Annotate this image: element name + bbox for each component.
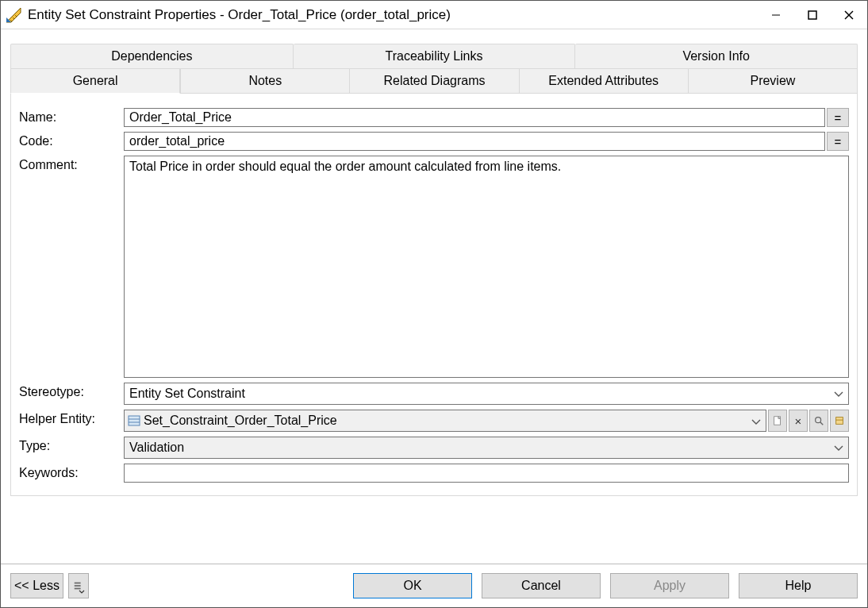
svg-point-14 <box>816 418 821 423</box>
tab-version-info[interactable]: Version Info <box>575 44 858 69</box>
tab-extended-attributes[interactable]: Extended Attributes <box>520 68 689 94</box>
less-button[interactable]: << Less <box>10 573 63 598</box>
ruler-icon <box>6 7 21 23</box>
svg-line-15 <box>820 422 824 425</box>
chevron-down-icon <box>751 414 761 428</box>
row-stereotype: Stereotype: Entity Set Constraint <box>19 383 849 405</box>
stereotype-dropdown[interactable]: Entity Set Constraint <box>124 383 849 405</box>
label-type: Type: <box>19 437 124 453</box>
tab-dependencies[interactable]: Dependencies <box>10 44 294 69</box>
helper-entity-value: Set_Constraint_Order_Total_Price <box>144 414 748 428</box>
chevron-down-icon <box>834 441 843 455</box>
name-sync-button[interactable]: = <box>827 108 849 127</box>
name-input[interactable] <box>124 108 825 127</box>
code-sync-button[interactable]: = <box>827 132 849 151</box>
tabs-row-bottom: General Notes Related Diagrams Extended … <box>10 68 858 94</box>
code-input[interactable] <box>124 132 825 151</box>
comment-textarea[interactable] <box>124 156 849 378</box>
helper-new-button[interactable] <box>768 410 787 432</box>
toolbar-menu-button[interactable] <box>68 573 89 598</box>
help-button[interactable]: Help <box>739 573 858 598</box>
helper-entity-dropdown[interactable]: Set_Constraint_Order_Total_Price <box>124 410 766 432</box>
svg-rect-18 <box>75 583 81 584</box>
type-value: Validation <box>129 441 184 455</box>
cancel-button[interactable]: Cancel <box>482 573 601 598</box>
minimize-button[interactable] <box>758 1 794 29</box>
maximize-button[interactable] <box>794 1 831 29</box>
svg-rect-19 <box>75 585 81 587</box>
content-area: Dependencies Traceability Links Version … <box>1 29 867 564</box>
tab-notes[interactable]: Notes <box>180 68 350 94</box>
row-type: Type: Validation <box>19 437 849 459</box>
clear-icon: × <box>795 415 802 427</box>
label-comment: Comment: <box>19 156 124 172</box>
tab-preview[interactable]: Preview <box>689 68 858 94</box>
titlebar: Entity Set Constraint Properties - Order… <box>1 1 867 29</box>
apply-button[interactable]: Apply <box>610 573 729 598</box>
ok-button[interactable]: OK <box>353 573 472 598</box>
row-comment: Comment: <box>19 156 849 378</box>
label-keywords: Keywords: <box>19 464 124 480</box>
svg-rect-6 <box>808 11 816 19</box>
svg-rect-9 <box>129 416 140 425</box>
helper-props-button[interactable] <box>830 410 849 432</box>
stereotype-value: Entity Set Constraint <box>129 387 245 401</box>
keywords-input[interactable] <box>124 464 849 483</box>
bottom-bar: << Less OK Cancel Apply Help <box>1 564 867 607</box>
tab-body-general: Name: = Code: = Comment: <box>10 93 858 496</box>
row-keywords: Keywords: <box>19 464 849 483</box>
window-title: Entity Set Constraint Properties - Order… <box>28 7 758 23</box>
label-stereotype: Stereotype: <box>19 383 124 399</box>
helper-find-button[interactable] <box>809 410 828 432</box>
row-name: Name: = <box>19 108 849 127</box>
label-helper-entity: Helper Entity: <box>19 410 124 426</box>
dialog-window: Entity Set Constraint Properties - Order… <box>0 0 868 608</box>
helper-clear-button[interactable]: × <box>789 410 808 432</box>
entity-icon <box>128 414 140 427</box>
row-code: Code: = <box>19 132 849 151</box>
type-dropdown[interactable]: Validation <box>124 437 849 459</box>
tab-general[interactable]: General <box>10 68 180 94</box>
tab-traceability-links[interactable]: Traceability Links <box>294 44 576 69</box>
row-helper-entity: Helper Entity: Set_Constraint_Order_Tota… <box>19 410 849 432</box>
chevron-down-icon <box>834 387 843 401</box>
svg-rect-16 <box>836 418 843 425</box>
close-button[interactable] <box>831 1 867 29</box>
tabs: Dependencies Traceability Links Version … <box>10 44 858 496</box>
tabs-row-top: Dependencies Traceability Links Version … <box>10 44 858 69</box>
tab-related-diagrams[interactable]: Related Diagrams <box>350 68 519 94</box>
label-code: Code: <box>19 132 124 148</box>
label-name: Name: <box>19 108 124 125</box>
